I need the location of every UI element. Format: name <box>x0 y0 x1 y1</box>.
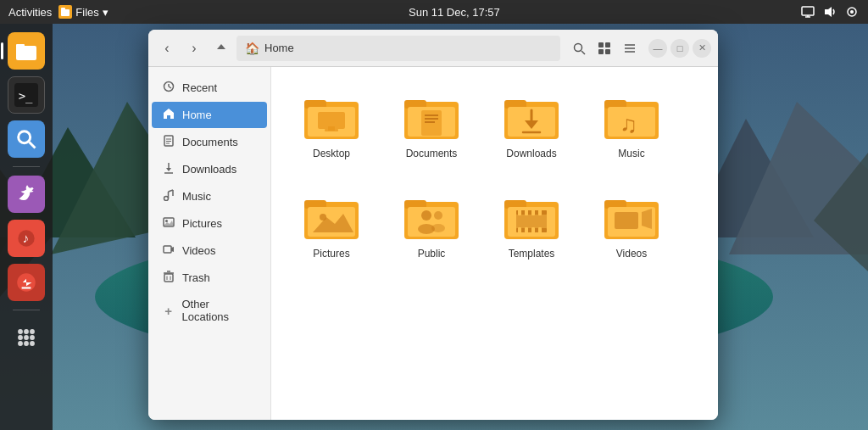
sidebar-item-home[interactable]: Home <box>152 102 267 128</box>
window-controls: — □ ✕ <box>648 39 711 58</box>
sidebar-item-other-locations[interactable]: + Other Locations <box>152 292 267 329</box>
svg-rect-118 <box>538 209 542 215</box>
dock-separator-2 <box>13 310 40 310</box>
svg-rect-45 <box>605 49 610 54</box>
dock: >_ ♪ <box>0 24 53 430</box>
dock-files-icon[interactable] <box>8 32 45 70</box>
file-item-videos[interactable]: Videos <box>585 181 678 274</box>
file-name-music: Music <box>618 148 644 159</box>
dock-separator <box>13 166 40 167</box>
svg-point-33 <box>18 335 23 340</box>
videos-sidebar-icon <box>162 243 175 258</box>
svg-rect-44 <box>598 49 604 54</box>
dock-installer-icon[interactable] <box>8 264 45 301</box>
downloads-sidebar-icon <box>162 162 175 176</box>
svg-rect-119 <box>518 227 521 233</box>
sidebar-item-music[interactable]: Music <box>152 183 267 209</box>
file-item-public[interactable]: Public <box>385 181 478 274</box>
screen-icon[interactable] <box>800 4 815 20</box>
top-bar: Activities Files ▾ Sun 11 Dec, 17:57 <box>0 0 868 24</box>
file-name-pictures: Pictures <box>313 248 349 260</box>
svg-rect-120 <box>525 227 528 233</box>
sidebar-item-recent-label: Recent <box>182 81 217 94</box>
dock-music-icon[interactable]: ♪ <box>8 220 45 257</box>
svg-point-30 <box>18 329 23 334</box>
svg-point-108 <box>431 224 445 232</box>
svg-rect-122 <box>538 227 542 233</box>
grid-view-button[interactable] <box>593 36 616 60</box>
svg-point-17 <box>850 10 854 14</box>
sidebar-item-other-locations-label: Other Locations <box>181 298 257 323</box>
sidebar-item-home-label: Home <box>182 109 212 121</box>
svg-rect-42 <box>598 42 604 47</box>
svg-line-41 <box>581 51 585 54</box>
sidebar-item-documents[interactable]: Documents <box>152 129 267 155</box>
sidebar-item-trash-label: Trash <box>182 271 210 284</box>
documents-sidebar-icon <box>162 135 175 149</box>
svg-marker-52 <box>164 109 174 119</box>
top-bar-left: Activities Files ▾ <box>8 5 108 19</box>
svg-rect-116 <box>525 209 528 215</box>
file-item-downloads[interactable]: Downloads <box>485 81 578 174</box>
sidebar-item-recent[interactable]: Recent <box>152 75 267 101</box>
dock-terminal-icon[interactable]: >_ <box>8 76 45 114</box>
dock-search-icon[interactable] <box>8 120 45 158</box>
svg-point-40 <box>575 43 582 51</box>
search-toolbar-button[interactable] <box>567 36 591 60</box>
minimize-button[interactable]: — <box>648 39 667 58</box>
close-button[interactable]: ✕ <box>693 39 711 58</box>
svg-text:♫: ♫ <box>620 111 637 137</box>
sidebar-item-pictures-label: Pictures <box>182 217 222 230</box>
file-name-desktop: Desktop <box>313 148 350 159</box>
file-item-templates[interactable]: Templates <box>485 181 578 274</box>
dock-bird-icon[interactable] <box>8 176 45 213</box>
svg-rect-117 <box>531 209 535 215</box>
content-area: Recent Home Documents Downloads <box>148 67 718 420</box>
forward-button[interactable]: › <box>182 36 206 60</box>
file-name-downloads: Downloads <box>506 148 556 159</box>
sidebar-item-trash[interactable]: Trash <box>152 265 267 291</box>
top-bar-right <box>800 4 860 20</box>
file-item-music[interactable]: ♫ Music <box>585 81 678 174</box>
file-name-public: Public <box>418 248 446 260</box>
location-bar[interactable]: 🏠 Home <box>236 36 560 61</box>
menu-button[interactable] <box>618 36 642 60</box>
back-button[interactable]: ‹ <box>155 36 179 60</box>
sidebar-item-downloads-label: Downloads <box>182 163 236 176</box>
svg-line-51 <box>169 87 171 88</box>
svg-point-107 <box>434 211 442 220</box>
svg-marker-58 <box>166 168 171 171</box>
sidebar-item-downloads[interactable]: Downloads <box>152 156 267 182</box>
maximize-button[interactable]: □ <box>670 39 689 58</box>
system-icon[interactable] <box>844 4 860 20</box>
up-button[interactable] <box>209 36 233 60</box>
svg-point-31 <box>24 329 29 334</box>
svg-point-38 <box>30 341 35 346</box>
file-item-pictures[interactable]: Pictures <box>285 181 378 274</box>
home-icon: 🏠 <box>245 42 259 55</box>
svg-point-34 <box>24 335 29 340</box>
music-sidebar-icon <box>162 189 175 204</box>
svg-point-37 <box>24 341 29 346</box>
svg-rect-115 <box>518 209 521 215</box>
svg-line-24 <box>30 142 36 148</box>
sidebar-item-videos-label: Videos <box>182 244 216 257</box>
pictures-sidebar-icon <box>162 216 175 231</box>
svg-point-35 <box>30 335 35 340</box>
sidebar: Recent Home Documents Downloads <box>148 67 271 420</box>
sidebar-item-pictures[interactable]: Pictures <box>152 210 267 237</box>
sidebar-item-videos[interactable]: Videos <box>152 237 267 264</box>
svg-marker-68 <box>171 247 174 252</box>
dock-appgrid-icon[interactable] <box>8 319 45 356</box>
file-item-documents[interactable]: Documents <box>385 81 478 174</box>
volume-icon[interactable] <box>822 4 837 20</box>
svg-rect-20 <box>16 44 25 48</box>
svg-rect-12 <box>61 8 65 10</box>
sidebar-item-documents-label: Documents <box>182 136 238 148</box>
file-grid: Desktop Documents <box>271 67 718 420</box>
file-name-documents: Documents <box>406 148 458 159</box>
files-menu-button[interactable]: Files ▾ <box>58 5 108 19</box>
file-name-templates: Templates <box>509 248 555 260</box>
activities-button[interactable]: Activities <box>8 6 52 19</box>
file-item-desktop[interactable]: Desktop <box>285 81 378 174</box>
